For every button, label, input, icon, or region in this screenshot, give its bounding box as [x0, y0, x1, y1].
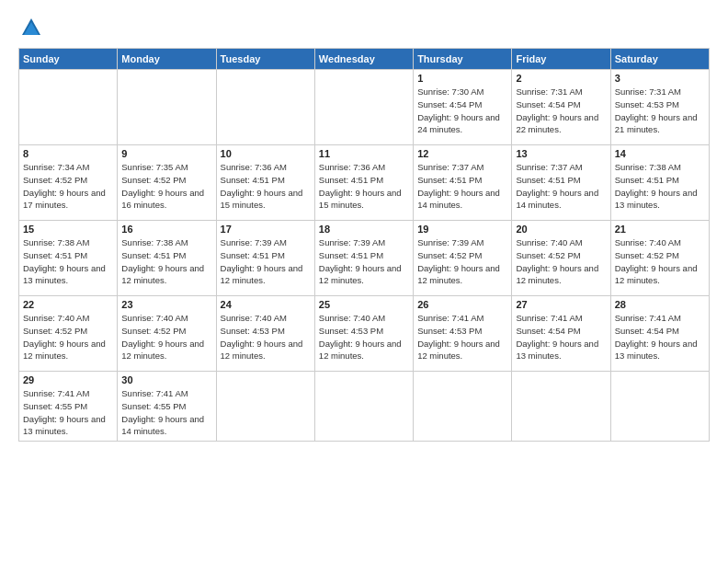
calendar-cell [216, 372, 314, 442]
day-number: 22 [23, 299, 113, 310]
calendar-cell: 2Sunrise: 7:31 AM Sunset: 4:54 PM Daylig… [512, 70, 610, 145]
day-info: Sunrise: 7:38 AM Sunset: 4:51 PM Dayligh… [121, 236, 211, 287]
logo-icon [18, 15, 44, 40]
calendar-cell [414, 372, 512, 442]
calendar-cell: 22Sunrise: 7:40 AM Sunset: 4:52 PM Dayli… [19, 296, 118, 372]
calendar-cell: 12Sunrise: 7:37 AM Sunset: 4:51 PM Dayli… [414, 145, 512, 221]
day-info: Sunrise: 7:38 AM Sunset: 4:51 PM Dayligh… [615, 161, 705, 212]
day-info: Sunrise: 7:38 AM Sunset: 4:51 PM Dayligh… [23, 236, 113, 287]
calendar-cell: 15Sunrise: 7:38 AM Sunset: 4:51 PM Dayli… [19, 221, 118, 296]
calendar-cell [19, 70, 118, 145]
calendar-cell: 1Sunrise: 7:30 AM Sunset: 4:54 PM Daylig… [414, 70, 512, 145]
calendar-cell: 10Sunrise: 7:36 AM Sunset: 4:51 PM Dayli… [216, 145, 314, 221]
day-info: Sunrise: 7:41 AM Sunset: 4:55 PM Dayligh… [121, 387, 211, 438]
calendar-cell: 9Sunrise: 7:35 AM Sunset: 4:52 PM Daylig… [118, 145, 216, 221]
day-info: Sunrise: 7:36 AM Sunset: 4:51 PM Dayligh… [221, 161, 311, 212]
day-number: 15 [23, 224, 113, 235]
calendar-cell: 19Sunrise: 7:39 AM Sunset: 4:52 PM Dayli… [414, 221, 512, 296]
calendar-cell [118, 70, 216, 145]
day-number: 1 [417, 73, 507, 84]
calendar-cell: 3Sunrise: 7:31 AM Sunset: 4:53 PM Daylig… [610, 70, 709, 145]
calendar: SundayMondayTuesdayWednesdayThursdayFrid… [18, 48, 710, 442]
calendar-cell [314, 372, 413, 442]
calendar-header-thursday: Thursday [414, 49, 512, 70]
day-info: Sunrise: 7:41 AM Sunset: 4:54 PM Dayligh… [615, 312, 705, 362]
logo [18, 15, 48, 40]
calendar-week-4: 29Sunrise: 7:41 AM Sunset: 4:55 PM Dayli… [19, 372, 710, 442]
calendar-cell: 18Sunrise: 7:39 AM Sunset: 4:51 PM Dayli… [314, 221, 413, 296]
day-number: 2 [516, 73, 606, 84]
day-number: 11 [319, 148, 409, 159]
day-info: Sunrise: 7:40 AM Sunset: 4:52 PM Dayligh… [23, 312, 113, 362]
day-info: Sunrise: 7:31 AM Sunset: 4:53 PM Dayligh… [615, 86, 705, 136]
day-number: 23 [121, 299, 211, 310]
day-info: Sunrise: 7:39 AM Sunset: 4:51 PM Dayligh… [319, 236, 409, 287]
page: SundayMondayTuesdayWednesdayThursdayFrid… [0, 0, 728, 563]
day-info: Sunrise: 7:41 AM Sunset: 4:53 PM Dayligh… [417, 312, 507, 362]
calendar-cell: 29Sunrise: 7:41 AM Sunset: 4:55 PM Dayli… [19, 372, 118, 442]
day-info: Sunrise: 7:41 AM Sunset: 4:54 PM Dayligh… [516, 312, 606, 362]
day-number: 3 [615, 73, 705, 84]
day-info: Sunrise: 7:34 AM Sunset: 4:52 PM Dayligh… [23, 161, 113, 212]
calendar-header-wednesday: Wednesday [314, 49, 413, 70]
calendar-cell: 23Sunrise: 7:40 AM Sunset: 4:52 PM Dayli… [118, 296, 216, 372]
day-info: Sunrise: 7:40 AM Sunset: 4:52 PM Dayligh… [615, 236, 705, 287]
calendar-header-sunday: Sunday [19, 49, 118, 70]
day-number: 21 [615, 224, 705, 235]
day-info: Sunrise: 7:40 AM Sunset: 4:52 PM Dayligh… [121, 312, 211, 362]
calendar-cell: 21Sunrise: 7:40 AM Sunset: 4:52 PM Dayli… [610, 221, 709, 296]
day-number: 24 [221, 299, 311, 310]
day-number: 30 [121, 374, 211, 385]
day-info: Sunrise: 7:39 AM Sunset: 4:51 PM Dayligh… [221, 236, 311, 287]
calendar-cell: 13Sunrise: 7:37 AM Sunset: 4:51 PM Dayli… [512, 145, 610, 221]
calendar-body: 1Sunrise: 7:30 AM Sunset: 4:54 PM Daylig… [19, 70, 710, 442]
day-info: Sunrise: 7:41 AM Sunset: 4:55 PM Dayligh… [23, 387, 113, 438]
day-number: 13 [516, 148, 606, 159]
calendar-cell [512, 372, 610, 442]
day-info: Sunrise: 7:40 AM Sunset: 4:53 PM Dayligh… [221, 312, 311, 362]
day-info: Sunrise: 7:39 AM Sunset: 4:52 PM Dayligh… [417, 236, 507, 287]
day-number: 27 [516, 299, 606, 310]
day-info: Sunrise: 7:31 AM Sunset: 4:54 PM Dayligh… [516, 86, 606, 136]
day-number: 29 [23, 374, 113, 385]
calendar-cell: 20Sunrise: 7:40 AM Sunset: 4:52 PM Dayli… [512, 221, 610, 296]
day-info: Sunrise: 7:37 AM Sunset: 4:51 PM Dayligh… [417, 161, 507, 212]
header [18, 15, 710, 40]
day-info: Sunrise: 7:35 AM Sunset: 4:52 PM Dayligh… [121, 161, 211, 212]
calendar-week-2: 15Sunrise: 7:38 AM Sunset: 4:51 PM Dayli… [19, 221, 710, 296]
day-number: 16 [121, 224, 211, 235]
calendar-header-friday: Friday [512, 49, 610, 70]
day-number: 18 [319, 224, 409, 235]
calendar-header-tuesday: Tuesday [216, 49, 314, 70]
day-info: Sunrise: 7:37 AM Sunset: 4:51 PM Dayligh… [516, 161, 606, 212]
calendar-cell: 26Sunrise: 7:41 AM Sunset: 4:53 PM Dayli… [414, 296, 512, 372]
day-number: 10 [221, 148, 311, 159]
calendar-header-saturday: Saturday [610, 49, 709, 70]
calendar-cell: 16Sunrise: 7:38 AM Sunset: 4:51 PM Dayli… [118, 221, 216, 296]
calendar-header-monday: Monday [118, 49, 216, 70]
day-number: 20 [516, 224, 606, 235]
day-info: Sunrise: 7:36 AM Sunset: 4:51 PM Dayligh… [319, 161, 409, 212]
calendar-week-0: 1Sunrise: 7:30 AM Sunset: 4:54 PM Daylig… [19, 70, 710, 145]
calendar-cell: 14Sunrise: 7:38 AM Sunset: 4:51 PM Dayli… [610, 145, 709, 221]
calendar-cell: 25Sunrise: 7:40 AM Sunset: 4:53 PM Dayli… [314, 296, 413, 372]
calendar-week-3: 22Sunrise: 7:40 AM Sunset: 4:52 PM Dayli… [19, 296, 710, 372]
day-number: 9 [121, 148, 211, 159]
calendar-cell: 8Sunrise: 7:34 AM Sunset: 4:52 PM Daylig… [19, 145, 118, 221]
calendar-cell [216, 70, 314, 145]
day-number: 28 [615, 299, 705, 310]
calendar-week-1: 8Sunrise: 7:34 AM Sunset: 4:52 PM Daylig… [19, 145, 710, 221]
day-number: 12 [417, 148, 507, 159]
day-number: 17 [221, 224, 311, 235]
calendar-cell: 24Sunrise: 7:40 AM Sunset: 4:53 PM Dayli… [216, 296, 314, 372]
calendar-cell: 30Sunrise: 7:41 AM Sunset: 4:55 PM Dayli… [118, 372, 216, 442]
calendar-header-row: SundayMondayTuesdayWednesdayThursdayFrid… [19, 49, 710, 70]
day-info: Sunrise: 7:30 AM Sunset: 4:54 PM Dayligh… [417, 86, 507, 136]
day-number: 14 [615, 148, 705, 159]
calendar-cell: 11Sunrise: 7:36 AM Sunset: 4:51 PM Dayli… [314, 145, 413, 221]
day-number: 19 [417, 224, 507, 235]
day-number: 26 [417, 299, 507, 310]
day-info: Sunrise: 7:40 AM Sunset: 4:53 PM Dayligh… [319, 312, 409, 362]
calendar-cell: 28Sunrise: 7:41 AM Sunset: 4:54 PM Dayli… [610, 296, 709, 372]
calendar-cell [314, 70, 413, 145]
